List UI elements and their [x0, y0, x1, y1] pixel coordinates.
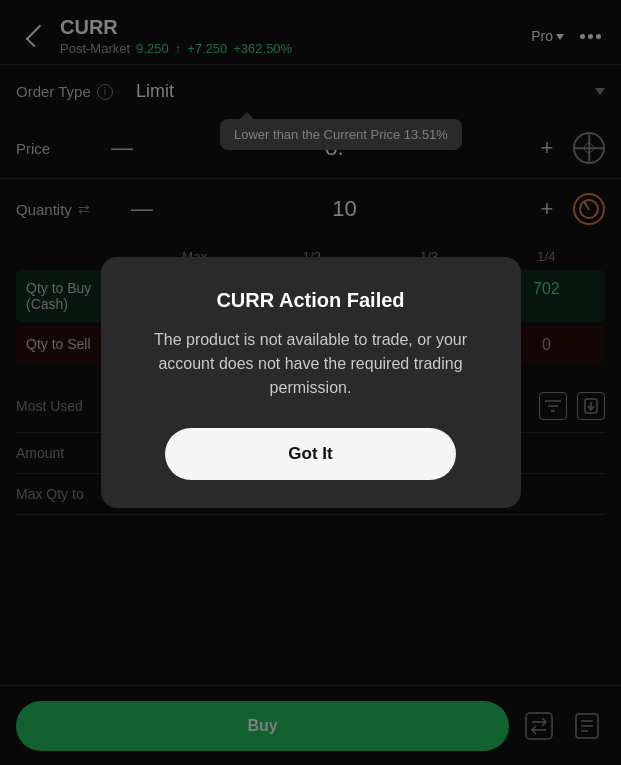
- action-failed-modal: CURR Action Failed The product is not av…: [101, 257, 521, 508]
- got-it-button[interactable]: Got It: [165, 428, 456, 480]
- modal-overlay: CURR Action Failed The product is not av…: [0, 0, 621, 765]
- modal-title: CURR Action Failed: [129, 289, 493, 312]
- modal-body: The product is not available to trade, o…: [129, 328, 493, 400]
